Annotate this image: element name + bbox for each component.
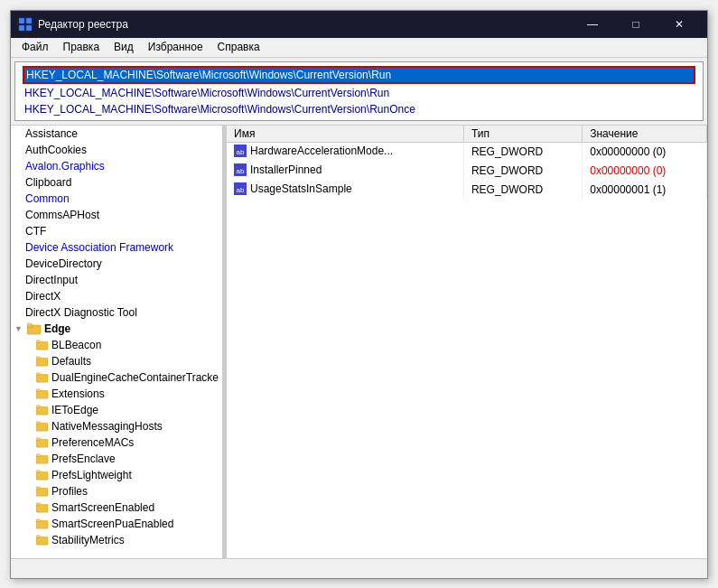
folder-icon bbox=[36, 388, 49, 399]
address-item-selected[interactable]: HKEY_LOCAL_MACHINE\Software\Microsoft\Wi… bbox=[23, 66, 695, 84]
maximize-button[interactable]: □ bbox=[615, 11, 657, 38]
tree-item-directx[interactable]: DirectX bbox=[11, 288, 222, 304]
tree-item-dualengine[interactable]: DualEngineCacheContainerTracke bbox=[11, 369, 222, 386]
tree-item-authcookies[interactable]: AuthCookies bbox=[11, 142, 222, 158]
tree-item-clipboard[interactable]: Clipboard bbox=[11, 174, 222, 191]
svg-rect-1 bbox=[26, 18, 32, 23]
tree-item-edge[interactable]: ▼ Edge bbox=[11, 321, 222, 337]
app-icon bbox=[18, 17, 33, 32]
svg-rect-24 bbox=[36, 470, 40, 472]
folder-icon bbox=[36, 421, 49, 432]
right-panel: Имя Тип Значение ab H bbox=[227, 126, 707, 558]
tree-item-smartscreenpua[interactable]: SmartScreenPuaEnabled bbox=[11, 516, 222, 532]
reg-type: REG_DWORD bbox=[463, 181, 582, 200]
menu-edit[interactable]: Правка bbox=[56, 39, 107, 55]
tree-item-common[interactable]: Common bbox=[11, 191, 222, 207]
svg-rect-25 bbox=[36, 488, 48, 496]
svg-rect-27 bbox=[36, 504, 48, 512]
tree-item-assistance[interactable]: Assistance bbox=[11, 126, 222, 142]
svg-rect-32 bbox=[36, 535, 40, 537]
folder-icon bbox=[36, 486, 49, 497]
tree-item-directinput[interactable]: DirectInput bbox=[11, 272, 222, 288]
dword-icon: ab bbox=[234, 182, 247, 195]
folder-icon bbox=[36, 405, 49, 415]
tree-item-stability[interactable]: StabilityMetrics bbox=[11, 532, 222, 548]
reg-name: ab HardwareAccelerationMode... bbox=[227, 142, 463, 162]
svg-rect-10 bbox=[36, 356, 40, 359]
svg-rect-11 bbox=[36, 374, 48, 382]
window-title: Редактор реестра bbox=[38, 18, 572, 31]
svg-rect-26 bbox=[36, 486, 40, 489]
reg-value: 0x00000001 (1) bbox=[583, 181, 707, 200]
svg-rect-16 bbox=[36, 405, 40, 407]
tree-item-avalon[interactable]: Avalon.Graphics bbox=[11, 158, 222, 174]
minimize-button[interactable]: — bbox=[572, 11, 613, 38]
svg-rect-30 bbox=[36, 518, 40, 521]
menu-view[interactable]: Вид bbox=[107, 39, 141, 55]
reg-name: ab InstallerPinned bbox=[227, 162, 463, 181]
svg-rect-8 bbox=[36, 340, 40, 342]
dword-icon: ab bbox=[234, 163, 247, 176]
folder-icon bbox=[36, 518, 49, 529]
address-item-2[interactable]: HKEY_LOCAL_MACHINE\Software\Microsoft\Wi… bbox=[23, 102, 695, 117]
tree-item-preferencemacs[interactable]: PreferenceMACs bbox=[11, 434, 222, 451]
svg-rect-31 bbox=[36, 537, 48, 545]
tree-item-ctf[interactable]: CTF bbox=[11, 223, 222, 239]
tree-item-nativemessaging[interactable]: NativeMessagingHosts bbox=[11, 418, 222, 434]
title-bar: Редактор реестра — □ ✕ bbox=[11, 11, 707, 38]
tree-item-ietoedge[interactable]: IEToEdge bbox=[11, 402, 222, 418]
tree-item-defaults[interactable]: Defaults bbox=[11, 353, 222, 369]
folder-icon bbox=[36, 453, 49, 464]
close-button[interactable]: ✕ bbox=[658, 11, 700, 38]
tree-item-prefslightweight[interactable]: PrefsLightweight bbox=[11, 467, 222, 483]
svg-rect-3 bbox=[26, 25, 32, 31]
tree-item-prefsenclave[interactable]: PrefsEnclave bbox=[11, 451, 222, 467]
title-buttons: — □ ✕ bbox=[572, 11, 700, 38]
svg-rect-29 bbox=[36, 520, 48, 528]
col-header-name: Имя bbox=[227, 126, 463, 143]
tree-item-devicedirectory[interactable]: DeviceDirectory bbox=[11, 256, 222, 272]
menu-help[interactable]: Справка bbox=[210, 39, 267, 55]
tree-item-directxdiag[interactable]: DirectX Diagnostic Tool bbox=[11, 304, 222, 321]
left-panel[interactable]: Assistance AuthCookies Avalon.Graphics C… bbox=[11, 126, 223, 558]
menu-file[interactable]: Файл bbox=[14, 39, 56, 55]
reg-name: ab UsageStatsInSample bbox=[227, 181, 463, 200]
table-row[interactable]: ab InstallerPinned REG_DWORD 0x00000000 … bbox=[227, 162, 707, 181]
address-item-1[interactable]: HKEY_LOCAL_MACHINE\Software\Microsoft\Wi… bbox=[23, 86, 695, 100]
svg-text:ab: ab bbox=[237, 167, 245, 175]
tree-item-daf[interactable]: Device Association Framework bbox=[11, 239, 222, 256]
tree-item-profiles[interactable]: Profiles bbox=[11, 483, 222, 499]
folder-icon bbox=[36, 340, 49, 350]
tree-item-smartscreen[interactable]: SmartScreenEnabled bbox=[11, 499, 222, 516]
folder-icon bbox=[36, 437, 49, 448]
address-bar: HKEY_LOCAL_MACHINE\Software\Microsoft\Wi… bbox=[14, 61, 704, 121]
main-window: Редактор реестра — □ ✕ Файл Правка Вид И… bbox=[10, 10, 708, 579]
reg-value: 0x00000000 (0) bbox=[583, 162, 707, 181]
table-row[interactable]: ab HardwareAccelerationMode... REG_DWORD… bbox=[227, 142, 707, 162]
svg-text:ab: ab bbox=[237, 186, 245, 194]
svg-rect-28 bbox=[36, 502, 40, 505]
dword-icon: ab bbox=[234, 145, 247, 157]
svg-rect-14 bbox=[36, 388, 40, 391]
folder-icon bbox=[36, 372, 49, 383]
tree-item-blbeacon[interactable]: BLBeacon bbox=[11, 337, 222, 353]
svg-rect-2 bbox=[19, 25, 24, 31]
svg-rect-0 bbox=[19, 18, 24, 23]
svg-rect-6 bbox=[27, 323, 32, 326]
menu-favorites[interactable]: Избранное bbox=[141, 39, 210, 55]
status-bar bbox=[11, 558, 707, 578]
folder-icon bbox=[36, 502, 49, 513]
col-header-type: Тип bbox=[463, 126, 582, 143]
reg-type: REG_DWORD bbox=[463, 142, 582, 162]
reg-type: REG_DWORD bbox=[463, 162, 582, 181]
svg-text:ab: ab bbox=[237, 148, 245, 156]
tree-item-commsaphost[interactable]: CommsAPHost bbox=[11, 207, 222, 223]
svg-rect-21 bbox=[36, 455, 48, 463]
reg-value: 0x00000000 (0) bbox=[583, 142, 707, 162]
folder-icon bbox=[36, 356, 49, 367]
folder-icon bbox=[36, 535, 49, 546]
registry-table: Имя Тип Значение ab H bbox=[227, 126, 707, 200]
table-row[interactable]: ab UsageStatsInSample REG_DWORD 0x000000… bbox=[227, 181, 707, 200]
tree-item-extensions[interactable]: Extensions bbox=[11, 386, 222, 402]
svg-rect-22 bbox=[36, 453, 40, 456]
